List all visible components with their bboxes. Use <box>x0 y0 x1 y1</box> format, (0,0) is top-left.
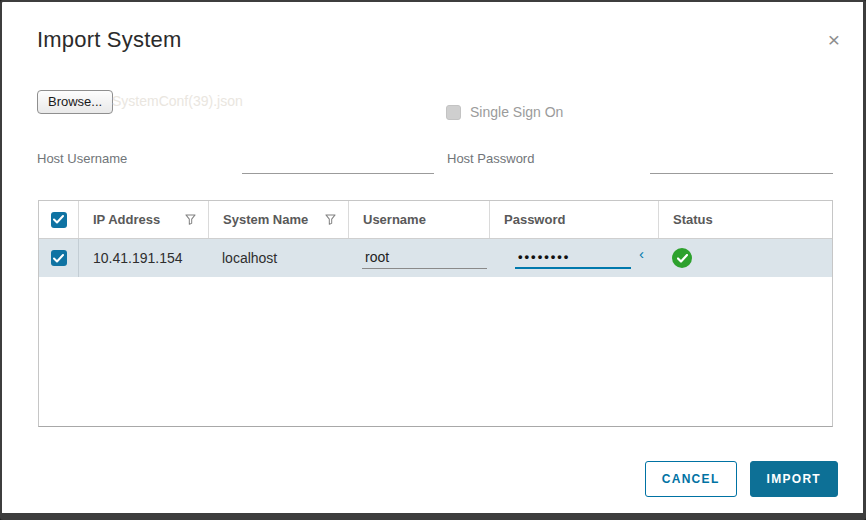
row-username-field[interactable] <box>362 247 487 269</box>
page-title: Import System <box>37 27 181 53</box>
status-success-icon <box>672 248 692 268</box>
host-username-label: Host Username <box>37 151 127 166</box>
row-system-name-value: localhost <box>222 250 277 266</box>
selected-file-name: SystemConf(39).json <box>112 93 243 109</box>
close-icon[interactable]: × <box>828 29 840 50</box>
check-icon <box>53 254 64 263</box>
single-sign-on-group[interactable]: Single Sign On <box>446 104 563 120</box>
single-sign-on-label: Single Sign On <box>470 104 563 120</box>
systems-table: IP Address System Name Username Password… <box>38 200 833 427</box>
check-icon <box>53 215 64 224</box>
column-header-system-name: System Name <box>208 201 348 238</box>
import-system-dialog: Import System × Browse... SystemConf(39)… <box>0 0 866 520</box>
column-header-username-label: Username <box>363 212 426 227</box>
row-username-cell <box>348 239 489 277</box>
host-username-field[interactable] <box>242 154 434 174</box>
row-checkbox[interactable] <box>51 250 67 266</box>
column-header-password-label: Password <box>504 212 565 227</box>
column-header-password: Password <box>489 201 658 238</box>
column-header-ip-label: IP Address <box>93 212 160 227</box>
dialog-footer: CANCEL IMPORT <box>645 461 838 497</box>
table-row[interactable]: 10.41.191.154 localhost ‹ <box>39 239 832 277</box>
filter-icon[interactable] <box>325 214 336 225</box>
row-select-cell <box>39 239 78 277</box>
row-system-name-cell: localhost <box>208 239 348 277</box>
column-header-system-name-label: System Name <box>223 212 308 227</box>
column-header-username: Username <box>348 201 489 238</box>
table-header-row: IP Address System Name Username Password… <box>39 201 832 239</box>
host-password-field[interactable] <box>650 154 833 174</box>
row-password-field[interactable] <box>515 247 631 269</box>
check-icon <box>677 254 688 263</box>
table-empty-area <box>39 277 832 426</box>
filter-icon[interactable] <box>185 214 196 225</box>
column-header-status: Status <box>658 201 832 238</box>
import-button[interactable]: IMPORT <box>750 461 838 497</box>
browse-button[interactable]: Browse... <box>37 90 113 114</box>
column-header-status-label: Status <box>673 212 713 227</box>
row-ip-value: 10.41.191.154 <box>93 250 183 266</box>
chevron-left-icon[interactable]: ‹ <box>639 245 644 262</box>
row-password-cell: ‹ <box>489 239 658 277</box>
column-header-ip: IP Address <box>78 201 208 238</box>
row-ip-cell: 10.41.191.154 <box>78 239 208 277</box>
single-sign-on-checkbox[interactable] <box>446 105 461 120</box>
cancel-button[interactable]: CANCEL <box>645 461 737 497</box>
row-status-cell <box>658 239 832 277</box>
select-all-checkbox[interactable] <box>51 212 67 228</box>
select-all-cell <box>39 201 78 238</box>
host-password-label: Host Password <box>447 151 534 166</box>
